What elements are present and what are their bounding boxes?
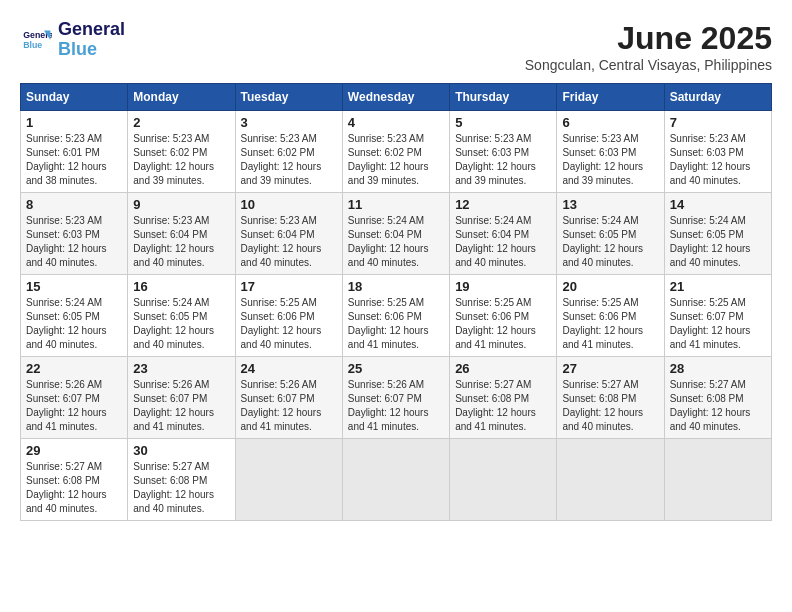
calendar-cell: 30 Sunrise: 5:27 AM Sunset: 6:08 PM Dayl… (128, 439, 235, 521)
day-number: 7 (670, 115, 766, 130)
day-info: Sunrise: 5:23 AM Sunset: 6:02 PM Dayligh… (133, 132, 229, 188)
calendar-cell: 20 Sunrise: 5:25 AM Sunset: 6:06 PM Dayl… (557, 275, 664, 357)
header: General Blue General Blue June 2025 Song… (20, 20, 772, 73)
day-info: Sunrise: 5:26 AM Sunset: 6:07 PM Dayligh… (241, 378, 337, 434)
day-info: Sunrise: 5:25 AM Sunset: 6:06 PM Dayligh… (348, 296, 444, 352)
title-area: June 2025 Songculan, Central Visayas, Ph… (525, 20, 772, 73)
calendar-cell: 25 Sunrise: 5:26 AM Sunset: 6:07 PM Dayl… (342, 357, 449, 439)
day-number: 6 (562, 115, 658, 130)
calendar-cell: 3 Sunrise: 5:23 AM Sunset: 6:02 PM Dayli… (235, 111, 342, 193)
day-number: 28 (670, 361, 766, 376)
day-info: Sunrise: 5:23 AM Sunset: 6:01 PM Dayligh… (26, 132, 122, 188)
calendar-cell: 4 Sunrise: 5:23 AM Sunset: 6:02 PM Dayli… (342, 111, 449, 193)
calendar-cell (235, 439, 342, 521)
day-number: 16 (133, 279, 229, 294)
logo: General Blue General Blue (20, 20, 125, 60)
day-info: Sunrise: 5:23 AM Sunset: 6:04 PM Dayligh… (133, 214, 229, 270)
weekday-tue: Tuesday (235, 84, 342, 111)
day-info: Sunrise: 5:25 AM Sunset: 6:06 PM Dayligh… (562, 296, 658, 352)
day-number: 4 (348, 115, 444, 130)
calendar-cell: 28 Sunrise: 5:27 AM Sunset: 6:08 PM Dayl… (664, 357, 771, 439)
calendar-header: Sunday Monday Tuesday Wednesday Thursday… (21, 84, 772, 111)
calendar-cell: 29 Sunrise: 5:27 AM Sunset: 6:08 PM Dayl… (21, 439, 128, 521)
day-number: 2 (133, 115, 229, 130)
calendar-cell: 15 Sunrise: 5:24 AM Sunset: 6:05 PM Dayl… (21, 275, 128, 357)
day-info: Sunrise: 5:27 AM Sunset: 6:08 PM Dayligh… (26, 460, 122, 516)
day-number: 15 (26, 279, 122, 294)
day-number: 22 (26, 361, 122, 376)
day-number: 19 (455, 279, 551, 294)
location-subtitle: Songculan, Central Visayas, Philippines (525, 57, 772, 73)
day-number: 24 (241, 361, 337, 376)
calendar-cell: 2 Sunrise: 5:23 AM Sunset: 6:02 PM Dayli… (128, 111, 235, 193)
day-info: Sunrise: 5:27 AM Sunset: 6:08 PM Dayligh… (455, 378, 551, 434)
calendar-cell: 8 Sunrise: 5:23 AM Sunset: 6:03 PM Dayli… (21, 193, 128, 275)
weekday-sun: Sunday (21, 84, 128, 111)
day-number: 27 (562, 361, 658, 376)
calendar-cell: 21 Sunrise: 5:25 AM Sunset: 6:07 PM Dayl… (664, 275, 771, 357)
calendar-table: Sunday Monday Tuesday Wednesday Thursday… (20, 83, 772, 521)
calendar-cell: 9 Sunrise: 5:23 AM Sunset: 6:04 PM Dayli… (128, 193, 235, 275)
day-info: Sunrise: 5:26 AM Sunset: 6:07 PM Dayligh… (348, 378, 444, 434)
day-number: 9 (133, 197, 229, 212)
calendar-cell: 10 Sunrise: 5:23 AM Sunset: 6:04 PM Dayl… (235, 193, 342, 275)
day-info: Sunrise: 5:24 AM Sunset: 6:05 PM Dayligh… (670, 214, 766, 270)
day-number: 23 (133, 361, 229, 376)
day-info: Sunrise: 5:23 AM Sunset: 6:02 PM Dayligh… (348, 132, 444, 188)
calendar-cell: 18 Sunrise: 5:25 AM Sunset: 6:06 PM Dayl… (342, 275, 449, 357)
calendar-cell: 19 Sunrise: 5:25 AM Sunset: 6:06 PM Dayl… (450, 275, 557, 357)
day-number: 18 (348, 279, 444, 294)
calendar-cell: 11 Sunrise: 5:24 AM Sunset: 6:04 PM Dayl… (342, 193, 449, 275)
logo-line1: General (58, 20, 125, 40)
month-title: June 2025 (525, 20, 772, 57)
day-number: 12 (455, 197, 551, 212)
day-info: Sunrise: 5:27 AM Sunset: 6:08 PM Dayligh… (562, 378, 658, 434)
calendar-cell: 5 Sunrise: 5:23 AM Sunset: 6:03 PM Dayli… (450, 111, 557, 193)
day-info: Sunrise: 5:26 AM Sunset: 6:07 PM Dayligh… (133, 378, 229, 434)
day-number: 8 (26, 197, 122, 212)
calendar-cell: 22 Sunrise: 5:26 AM Sunset: 6:07 PM Dayl… (21, 357, 128, 439)
day-info: Sunrise: 5:24 AM Sunset: 6:05 PM Dayligh… (562, 214, 658, 270)
calendar-cell: 1 Sunrise: 5:23 AM Sunset: 6:01 PM Dayli… (21, 111, 128, 193)
calendar-cell: 17 Sunrise: 5:25 AM Sunset: 6:06 PM Dayl… (235, 275, 342, 357)
calendar-week-4: 22 Sunrise: 5:26 AM Sunset: 6:07 PM Dayl… (21, 357, 772, 439)
day-number: 21 (670, 279, 766, 294)
day-number: 25 (348, 361, 444, 376)
calendar-cell: 26 Sunrise: 5:27 AM Sunset: 6:08 PM Dayl… (450, 357, 557, 439)
weekday-row: Sunday Monday Tuesday Wednesday Thursday… (21, 84, 772, 111)
day-number: 10 (241, 197, 337, 212)
day-info: Sunrise: 5:24 AM Sunset: 6:04 PM Dayligh… (348, 214, 444, 270)
weekday-thu: Thursday (450, 84, 557, 111)
calendar-cell: 16 Sunrise: 5:24 AM Sunset: 6:05 PM Dayl… (128, 275, 235, 357)
calendar-body: 1 Sunrise: 5:23 AM Sunset: 6:01 PM Dayli… (21, 111, 772, 521)
day-info: Sunrise: 5:23 AM Sunset: 6:03 PM Dayligh… (562, 132, 658, 188)
logo-icon: General Blue (20, 24, 52, 56)
logo-line2: Blue (58, 40, 125, 60)
calendar-week-1: 1 Sunrise: 5:23 AM Sunset: 6:01 PM Dayli… (21, 111, 772, 193)
day-number: 11 (348, 197, 444, 212)
day-number: 3 (241, 115, 337, 130)
day-number: 17 (241, 279, 337, 294)
day-info: Sunrise: 5:27 AM Sunset: 6:08 PM Dayligh… (133, 460, 229, 516)
day-info: Sunrise: 5:25 AM Sunset: 6:06 PM Dayligh… (241, 296, 337, 352)
day-info: Sunrise: 5:24 AM Sunset: 6:04 PM Dayligh… (455, 214, 551, 270)
day-info: Sunrise: 5:23 AM Sunset: 6:04 PM Dayligh… (241, 214, 337, 270)
day-number: 26 (455, 361, 551, 376)
day-number: 1 (26, 115, 122, 130)
day-info: Sunrise: 5:23 AM Sunset: 6:02 PM Dayligh… (241, 132, 337, 188)
weekday-wed: Wednesday (342, 84, 449, 111)
calendar-cell: 7 Sunrise: 5:23 AM Sunset: 6:03 PM Dayli… (664, 111, 771, 193)
day-info: Sunrise: 5:24 AM Sunset: 6:05 PM Dayligh… (26, 296, 122, 352)
calendar-cell: 27 Sunrise: 5:27 AM Sunset: 6:08 PM Dayl… (557, 357, 664, 439)
calendar-cell (557, 439, 664, 521)
day-info: Sunrise: 5:26 AM Sunset: 6:07 PM Dayligh… (26, 378, 122, 434)
calendar-cell (450, 439, 557, 521)
calendar-week-3: 15 Sunrise: 5:24 AM Sunset: 6:05 PM Dayl… (21, 275, 772, 357)
calendar-week-5: 29 Sunrise: 5:27 AM Sunset: 6:08 PM Dayl… (21, 439, 772, 521)
calendar-cell: 13 Sunrise: 5:24 AM Sunset: 6:05 PM Dayl… (557, 193, 664, 275)
calendar-week-2: 8 Sunrise: 5:23 AM Sunset: 6:03 PM Dayli… (21, 193, 772, 275)
day-info: Sunrise: 5:25 AM Sunset: 6:07 PM Dayligh… (670, 296, 766, 352)
calendar-cell: 23 Sunrise: 5:26 AM Sunset: 6:07 PM Dayl… (128, 357, 235, 439)
day-number: 14 (670, 197, 766, 212)
calendar-cell (664, 439, 771, 521)
